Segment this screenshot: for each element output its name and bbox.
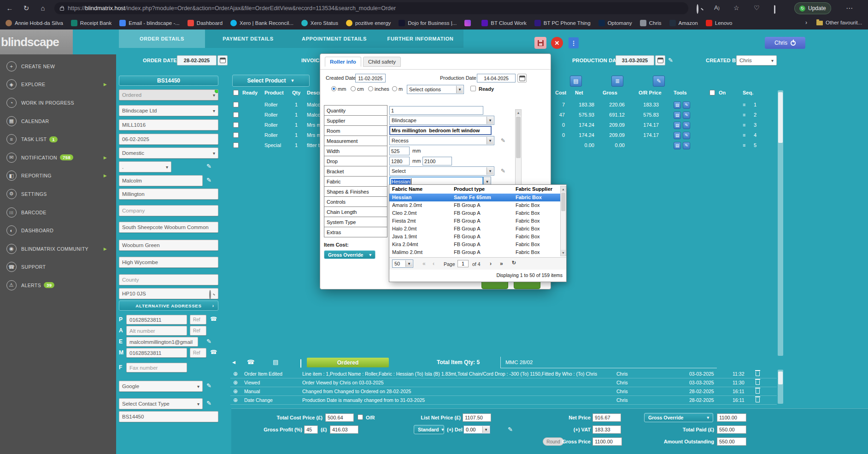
row-edit-button[interactable]: ✎	[683, 101, 690, 109]
created-by-select[interactable]: Chris	[736, 55, 777, 65]
quantity-input[interactable]	[389, 106, 483, 115]
address-line1-input[interactable]	[119, 222, 218, 233]
trash-icon[interactable]	[756, 380, 760, 386]
select-all-checkbox[interactable]	[233, 90, 239, 95]
tab-payment-details[interactable]: PAYMENT DETAILS	[205, 29, 291, 48]
company-select[interactable]: Blindscape Ltd	[119, 105, 218, 116]
bookmark[interactable]: Chris	[640, 20, 662, 26]
bookmark[interactable]: BT PC Phone Thing	[534, 20, 591, 26]
history-row[interactable]: ⊕ Viewed Order Viewed by Chris on 03-03-…	[230, 378, 777, 387]
fabric-option[interactable]: Malimo 2.0mt FB Group A Fabric Box	[389, 248, 560, 256]
vat-input[interactable]	[592, 425, 621, 434]
search-icon[interactable]	[697, 5, 698, 13]
edit-delivery-icon[interactable]: ✎	[508, 426, 513, 433]
phone-icon[interactable]: ☎	[210, 349, 217, 355]
phone-input[interactable]	[126, 315, 187, 324]
modal-calendar-button[interactable]	[517, 74, 527, 83]
edit-production-date-icon[interactable]: ✎	[668, 57, 673, 64]
sidebar-item-notification[interactable]: ✉NOTIFICATION758▶	[0, 148, 116, 167]
row-copy-button[interactable]: ▤	[674, 122, 681, 129]
lead-source-select[interactable]: Google	[119, 381, 203, 392]
trash-icon[interactable]	[756, 398, 760, 403]
expand-icon[interactable]: ⊕	[233, 388, 238, 395]
supplier-select[interactable]: Blindscape	[389, 116, 494, 125]
browser-update-button[interactable]: ↻ Update	[794, 2, 831, 14]
sidebar-item-explore[interactable]: ◈EXPLORE▶	[0, 76, 116, 94]
enquiry-date-input[interactable]	[119, 134, 218, 145]
contact-type-select[interactable]: Select Contact Type	[119, 398, 203, 409]
bookmark[interactable]: BT Cloud Work	[481, 20, 527, 26]
browser-menu-icon[interactable]: ⋯	[846, 4, 853, 12]
drag-handle-icon[interactable]: ≡	[743, 132, 745, 138]
select-product-button[interactable]: Select Product▼	[232, 75, 310, 87]
bookmark[interactable]: Xero | Bank Reconcil...	[230, 20, 293, 26]
account-code-input[interactable]	[119, 119, 218, 130]
mobile-input[interactable]	[126, 348, 187, 358]
fabric-option[interactable]: Hessian Sante Fe 65mm Fabric Box	[389, 194, 560, 201]
unit-mm-radio[interactable]	[331, 86, 336, 91]
sidebar-item-settings[interactable]: ⚙SETTINGS	[0, 185, 116, 203]
trash-icon[interactable]	[756, 371, 760, 377]
address-bar[interactable]: https://blindmatrix.host/index.php?modul…	[54, 2, 688, 14]
dropdown-scrollbar-thumb[interactable]	[561, 193, 565, 211]
total-cost-input[interactable]	[325, 413, 354, 422]
phone-icon[interactable]: ☎	[247, 359, 254, 366]
sidebar-item-dashboard[interactable]: ◐DASHBOARD	[0, 221, 116, 240]
vat-type-select[interactable]: Standard	[414, 425, 444, 434]
drag-handle-icon[interactable]: ≡	[743, 142, 745, 148]
company-name-input[interactable]	[119, 205, 218, 216]
drag-handle-icon[interactable]: ≡	[743, 112, 745, 118]
gross-profit-pct-input[interactable]	[304, 425, 318, 434]
sidebar-item-alerts[interactable]: ⚠ALERTS39	[0, 276, 116, 295]
history-scrollbar-thumb[interactable]	[778, 371, 783, 384]
refresh-icon[interactable]: ↻	[512, 260, 516, 266]
gross-override-select[interactable]: Gross Override	[644, 413, 713, 422]
outstanding-input[interactable]	[717, 437, 746, 446]
row-copy-button[interactable]: ▤	[674, 101, 681, 109]
collapse-icon[interactable]: ◀	[232, 360, 235, 365]
first-name-input[interactable]	[119, 175, 203, 186]
order-status-select[interactable]: Ordered	[119, 89, 218, 100]
order-ref-input[interactable]	[119, 411, 218, 422]
measurement-select[interactable]: Recess	[389, 136, 494, 145]
expand-icon[interactable]: ⊕	[233, 371, 238, 377]
bookmark[interactable]: Lenovo	[706, 20, 733, 26]
title-select[interactable]: .	[119, 161, 171, 172]
order-number-button[interactable]: BS14450	[119, 76, 218, 86]
close-button[interactable]: ✕	[551, 37, 563, 49]
edit-title-icon[interactable]: ✎	[206, 163, 211, 170]
address-line2-input[interactable]	[119, 240, 218, 251]
last-page-icon[interactable]: »	[500, 260, 503, 267]
scroll-down-icon[interactable]: ▼	[561, 250, 566, 256]
fabric-option[interactable]: Halo 2.0mt FB Group A Fabric Box	[389, 225, 560, 233]
page-input[interactable]	[457, 260, 469, 267]
order-date-calendar-button[interactable]	[217, 55, 228, 65]
phone-icon[interactable]: ☎	[210, 316, 217, 322]
history-row[interactable]: ⊕ Order Item Edited Line item : 1,Produc…	[230, 370, 777, 378]
net-price-input[interactable]	[592, 413, 621, 422]
select-options-select[interactable]: Select options	[407, 85, 464, 94]
other-favourites[interactable]: Other favourit...	[816, 20, 862, 25]
next-page-icon[interactable]: ›	[490, 260, 492, 267]
split-screen-icon[interactable]	[774, 6, 775, 14]
tab-roller-info[interactable]: Roller info	[325, 57, 361, 67]
gross-profit-amt-input[interactable]	[330, 425, 358, 434]
prev-page-icon[interactable]: ‹	[433, 260, 434, 267]
row-checkbox[interactable]	[233, 122, 239, 128]
sidebar-item-create-new[interactable]: +CREATE NEW	[0, 57, 116, 76]
bookmark[interactable]: Dojo for Business |...	[399, 20, 457, 26]
bookmark[interactable]: Optomany	[598, 20, 632, 26]
row-copy-button[interactable]: ▤	[674, 142, 681, 149]
bookmark[interactable]: Dashboard	[188, 20, 223, 26]
drop-chain-input[interactable]	[422, 157, 452, 165]
bookmark[interactable]: Amazon	[669, 20, 698, 26]
modal-created-date-input[interactable]	[355, 74, 386, 83]
bookmark[interactable]	[464, 20, 474, 26]
ready-checkbox[interactable]	[470, 86, 476, 91]
tab-child-safety[interactable]: Child safety	[363, 57, 401, 67]
favorites-star-icon[interactable]: ☆	[733, 4, 739, 12]
sidebar-item-reporting[interactable]: ◧REPORTING▶	[0, 167, 116, 185]
drag-handle-icon[interactable]: ≡	[743, 102, 745, 107]
bookmark[interactable]: Xero Status	[301, 20, 338, 26]
bookmarks-overflow-chevron[interactable]: ›	[805, 19, 807, 26]
